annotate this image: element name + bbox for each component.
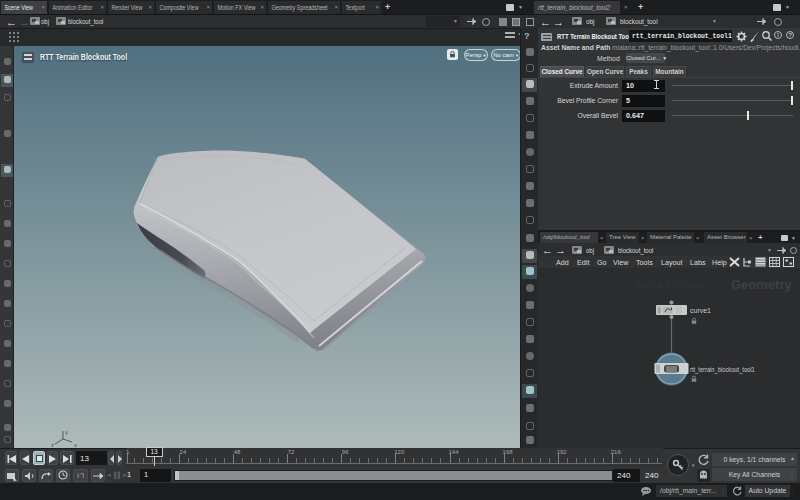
svg-text:y: y xyxy=(65,429,68,435)
